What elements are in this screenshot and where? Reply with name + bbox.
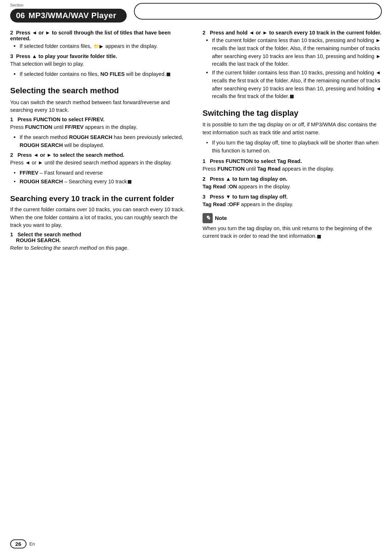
tag-step1-title: 1 Press FUNCTION to select Tag Read. <box>203 158 382 164</box>
folder-icon: 📁▶ <box>94 43 103 50</box>
note-icon: ✎ <box>203 213 213 223</box>
intro-step2: 2 Press ◄ or ► to scroll through the lis… <box>10 30 189 50</box>
search-step1-title: 1 Press FUNCTION to select FF/REV. <box>10 117 189 122</box>
intro-step3-bullets: If selected folder contains no files, NO… <box>10 70 189 78</box>
search-step2: 2 Press ◄ or ► to select the search meth… <box>10 152 189 185</box>
end-square3 <box>290 95 294 98</box>
search-step2-body: Press ◄ or ► until the desired search me… <box>10 159 189 167</box>
right-step2-bullet1: If the current folder contains less than… <box>206 37 382 68</box>
section-number: 06 <box>16 11 25 20</box>
tag-step1-body: Press FUNCTION until Tag Read appears in… <box>203 165 382 173</box>
search-step1-bullets: If the search method ROUGH SEARCH has be… <box>10 134 189 150</box>
search-10-intro: If the current folder contains over 10 t… <box>10 206 189 229</box>
search-step1-bullet1: If the search method ROUGH SEARCH has be… <box>14 134 189 150</box>
right-column: 2 Press and hold ◄ or ► to search every … <box>203 30 382 255</box>
tag-step3-body: Tag Read :OFF appears in the display. <box>203 201 382 209</box>
right-step2-title: 2 Press and hold ◄ or ► to search every … <box>203 30 382 36</box>
search-method-intro: You can switch the search method between… <box>10 99 189 115</box>
right-step2: 2 Press and hold ◄ or ► to search every … <box>203 30 382 101</box>
tag-display-heading: Switching the tag display <box>203 109 382 118</box>
page: Section 06 MP3/WMA/WAV Player 2 Press ◄ … <box>0 0 392 555</box>
left-column: 2 Press ◄ or ► to scroll through the lis… <box>10 30 189 255</box>
note-label: Note <box>215 215 227 221</box>
tag-display-bullets: If you turn the tag display off, time to… <box>203 139 382 155</box>
note-body: When you turn the tag display on, this u… <box>203 225 382 241</box>
tag-step1: 1 Press FUNCTION to select Tag Read. Pre… <box>203 158 382 173</box>
tag-display-bullet1: If you turn the tag display off, time to… <box>206 139 382 155</box>
search-step2-bullets: FF/REV – Fast forward and reverse ROUGH … <box>10 169 189 186</box>
search-10-heading: Searching every 10 track in the current … <box>10 194 189 203</box>
footer-language: En <box>29 541 35 547</box>
intro-step3-title: 3 Press ▲ to play your favorite folder t… <box>10 53 189 59</box>
section-badge: Section 06 MP3/WMA/WAV Player <box>0 0 127 23</box>
search-bullet1: FF/REV – Fast forward and reverse <box>14 169 189 177</box>
search10-step1-body: Refer to Selecting the search method on … <box>10 244 189 252</box>
page-footer: 26 En <box>10 539 35 548</box>
tag-display-intro: It is possible to turn the tag display o… <box>203 121 382 137</box>
search10-step1: 1 Select the search method ROUGH SEARCH.… <box>10 232 189 252</box>
intro-step2-title: 2 Press ◄ or ► to scroll through the lis… <box>10 30 189 41</box>
tag-step2-title: 2 Press ▲ to turn tag display on. <box>203 176 382 182</box>
header-title: MP3/WMA/WAV Player <box>28 11 116 20</box>
note-box: ✎ Note When you turn the tag display on,… <box>203 213 382 241</box>
intro-step3-label: Press ▲ to play your favorite folder tit… <box>16 53 117 59</box>
intro-step2-label: Press ◄ or ► to scroll through the list … <box>10 30 171 41</box>
note-header: ✎ Note <box>203 213 382 223</box>
search-step1-body: Press FUNCTION until FF/REV appears in t… <box>10 123 189 131</box>
search-step2-title: 2 Press ◄ or ► to select the search meth… <box>10 152 189 158</box>
search10-step1-title: 1 Select the search method ROUGH SEARCH. <box>10 232 189 243</box>
intro-step2-num: 2 <box>10 30 13 36</box>
tag-step2-body: Tag Read :ON appears in the display. <box>203 183 382 191</box>
page-header: Section 06 MP3/WMA/WAV Player <box>0 0 392 23</box>
tag-step3-title: 3 Press ▼ to turn tag display off. <box>203 194 382 200</box>
tag-step2: 2 Press ▲ to turn tag display on. Tag Re… <box>203 176 382 191</box>
tag-step3: 3 Press ▼ to turn tag display off. Tag R… <box>203 194 382 209</box>
header-right-decoration <box>134 3 382 20</box>
search-method-heading: Selecting the search method <box>10 86 189 95</box>
search-bullet2: ROUGH SEARCH – Searching every 10 track <box>14 178 189 186</box>
end-square <box>167 73 170 76</box>
right-step2-bullets: If the current folder contains less than… <box>203 37 382 101</box>
header-pill: 06 MP3/WMA/WAV Player <box>10 9 127 23</box>
search-step1: 1 Press FUNCTION to select FF/REV. Press… <box>10 117 189 149</box>
right-step2-bullet2: If the current folder contains less than… <box>206 69 382 101</box>
intro-step3-body: That selection will begin to play. <box>10 60 189 68</box>
intro-step3-bullet1: If selected folder contains no files, NO… <box>14 70 189 78</box>
intro-step3: 3 Press ▲ to play your favorite folder t… <box>10 53 189 78</box>
intro-step2-bullets: If selected folder contains files, 📁▶ ap… <box>10 42 189 50</box>
page-number: 26 <box>10 539 26 548</box>
intro-step2-bullet1: If selected folder contains files, 📁▶ ap… <box>14 42 189 50</box>
end-square2 <box>128 180 131 184</box>
section-label: Section <box>10 3 24 7</box>
end-square4 <box>317 235 321 238</box>
main-content: 2 Press ◄ or ► to scroll through the lis… <box>0 30 392 255</box>
